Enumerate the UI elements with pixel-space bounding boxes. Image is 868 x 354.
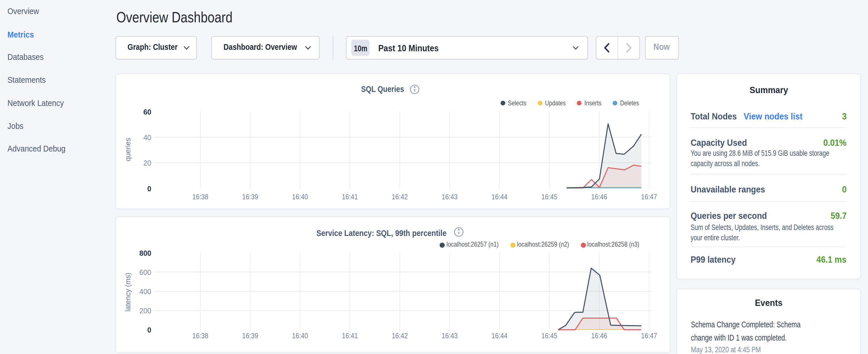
svg-text:localhost:26258 (n3): localhost:26258 (n3) — [587, 240, 639, 248]
svg-text:600: 600 — [139, 268, 151, 277]
svg-text:16:39: 16:39 — [242, 332, 258, 340]
svg-text:16:42: 16:42 — [392, 193, 408, 201]
svg-text:16:47: 16:47 — [641, 193, 657, 201]
svg-text:16:42: 16:42 — [392, 332, 408, 340]
svg-text:16:38: 16:38 — [192, 193, 208, 201]
svg-text:16:41: 16:41 — [342, 332, 358, 340]
svg-text:16:47: 16:47 — [641, 332, 657, 340]
svg-text:latency (ms): latency (ms) — [124, 273, 132, 312]
svg-text:16:40: 16:40 — [292, 332, 308, 340]
svg-text:Deletes: Deletes — [620, 99, 639, 107]
svg-text:16:46: 16:46 — [591, 332, 607, 340]
svg-text:800: 800 — [139, 249, 151, 257]
svg-text:localhost:26257 (n1): localhost:26257 (n1) — [446, 240, 499, 248]
svg-text:0: 0 — [147, 326, 151, 334]
svg-text:16:45: 16:45 — [541, 193, 557, 201]
svg-text:0: 0 — [147, 185, 151, 193]
svg-text:queries: queries — [124, 138, 132, 161]
svg-text:16:41: 16:41 — [342, 193, 358, 201]
svg-text:Inserts: Inserts — [584, 99, 601, 107]
svg-text:400: 400 — [139, 288, 151, 296]
svg-text:localhost:26259 (n2): localhost:26259 (n2) — [517, 240, 569, 248]
svg-text:SQL Queries: SQL Queries — [361, 85, 404, 94]
svg-text:16:45: 16:45 — [541, 332, 557, 340]
svg-text:Updates: Updates — [545, 99, 566, 107]
svg-text:16:38: 16:38 — [192, 332, 208, 340]
svg-text:16:44: 16:44 — [492, 193, 507, 201]
svg-text:16:40: 16:40 — [292, 193, 308, 201]
svg-text:20: 20 — [143, 159, 151, 167]
svg-text:200: 200 — [139, 307, 151, 315]
svg-text:16:39: 16:39 — [242, 193, 258, 201]
svg-text:16:46: 16:46 — [591, 193, 607, 201]
svg-text:40: 40 — [143, 133, 151, 141]
svg-text:16:43: 16:43 — [442, 332, 458, 340]
svg-text:60: 60 — [143, 108, 151, 116]
svg-text:16:43: 16:43 — [442, 193, 458, 201]
svg-text:Service Latency: SQL, 99th per: Service Latency: SQL, 99th percentile — [316, 229, 446, 238]
svg-text:Selects: Selects — [508, 99, 526, 107]
svg-text:16:44: 16:44 — [492, 332, 507, 340]
